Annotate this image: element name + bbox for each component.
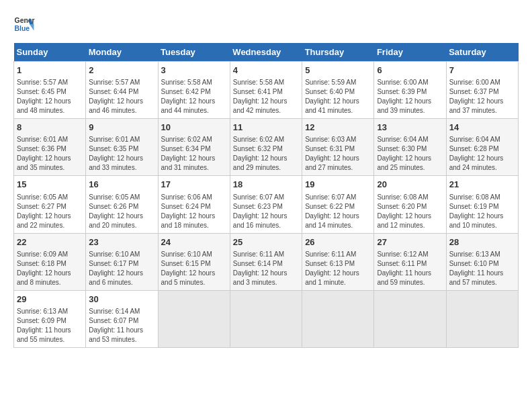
day-of-week-header: Saturday	[446, 43, 518, 62]
day-info: Sunrise: 6:02 AMSunset: 6:34 PMDaylight:…	[161, 135, 227, 173]
calendar-cell: 28Sunrise: 6:13 AMSunset: 6:10 PMDayligh…	[446, 233, 518, 290]
day-number: 7	[449, 64, 515, 77]
day-number: 13	[377, 122, 443, 134]
calendar-cell: 21Sunrise: 6:08 AMSunset: 6:19 PMDayligh…	[446, 176, 518, 233]
day-info: Sunrise: 5:57 AMSunset: 6:45 PMDaylight:…	[17, 78, 83, 116]
calendar-cell: 25Sunrise: 6:11 AMSunset: 6:14 PMDayligh…	[230, 233, 302, 290]
day-info: Sunrise: 6:10 AMSunset: 6:15 PMDaylight:…	[161, 250, 227, 287]
day-of-week-header: Sunday	[14, 43, 86, 62]
calendar-cell: 24Sunrise: 6:10 AMSunset: 6:15 PMDayligh…	[158, 233, 230, 290]
day-number: 8	[17, 122, 83, 134]
day-number: 21	[449, 179, 515, 191]
day-info: Sunrise: 5:58 AMSunset: 6:42 PMDaylight:…	[161, 78, 227, 116]
day-number: 2	[89, 64, 154, 77]
calendar-cell: 12Sunrise: 6:03 AMSunset: 6:31 PMDayligh…	[302, 119, 374, 176]
day-number: 27	[377, 236, 443, 248]
calendar-cell: 8Sunrise: 6:01 AMSunset: 6:36 PMDaylight…	[14, 119, 86, 176]
calendar-cell: 11Sunrise: 6:02 AMSunset: 6:32 PMDayligh…	[230, 119, 302, 176]
day-number: 24	[161, 236, 227, 248]
calendar-cell: 4Sunrise: 5:58 AMSunset: 6:41 PMDaylight…	[230, 62, 302, 119]
calendar-cell: 22Sunrise: 6:09 AMSunset: 6:18 PMDayligh…	[14, 233, 86, 290]
calendar-cell: 7Sunrise: 6:00 AMSunset: 6:37 PMDaylight…	[446, 62, 518, 119]
day-info: Sunrise: 6:01 AMSunset: 6:35 PMDaylight:…	[89, 135, 154, 173]
day-number: 18	[233, 179, 299, 191]
day-number: 30	[89, 293, 154, 306]
day-number: 17	[161, 179, 227, 191]
day-info: Sunrise: 6:08 AMSunset: 6:20 PMDaylight:…	[377, 193, 443, 230]
day-number: 15	[17, 179, 83, 191]
day-info: Sunrise: 6:00 AMSunset: 6:39 PMDaylight:…	[377, 78, 443, 116]
day-info: Sunrise: 6:04 AMSunset: 6:28 PMDaylight:…	[449, 135, 515, 173]
calendar-cell: 30Sunrise: 6:14 AMSunset: 6:07 PMDayligh…	[86, 290, 158, 347]
calendar-table: SundayMondayTuesdayWednesdayThursdayFrid…	[13, 43, 519, 348]
day-number: 12	[305, 122, 371, 134]
calendar-cell	[374, 290, 446, 347]
calendar-cell: 13Sunrise: 6:04 AMSunset: 6:30 PMDayligh…	[374, 119, 446, 176]
calendar-cell: 10Sunrise: 6:02 AMSunset: 6:34 PMDayligh…	[158, 119, 230, 176]
day-of-week-header: Friday	[374, 43, 446, 62]
calendar-cell: 15Sunrise: 6:05 AMSunset: 6:27 PMDayligh…	[14, 176, 86, 233]
calendar-cell: 29Sunrise: 6:13 AMSunset: 6:09 PMDayligh…	[14, 290, 86, 347]
day-number: 9	[89, 122, 154, 134]
logo-icon: General Blue	[13, 13, 35, 35]
day-number: 22	[17, 236, 83, 248]
day-number: 29	[17, 293, 83, 306]
calendar-cell: 6Sunrise: 6:00 AMSunset: 6:39 PMDaylight…	[374, 62, 446, 119]
day-number: 16	[89, 179, 154, 191]
page-header: General Blue	[13, 13, 519, 35]
day-number: 26	[305, 236, 371, 248]
day-info: Sunrise: 6:02 AMSunset: 6:32 PMDaylight:…	[233, 135, 299, 173]
svg-text:Blue: Blue	[15, 25, 30, 32]
calendar-cell: 14Sunrise: 6:04 AMSunset: 6:28 PMDayligh…	[446, 119, 518, 176]
day-info: Sunrise: 6:04 AMSunset: 6:30 PMDaylight:…	[377, 135, 443, 173]
day-number: 1	[17, 64, 83, 77]
day-info: Sunrise: 6:07 AMSunset: 6:22 PMDaylight:…	[305, 193, 371, 230]
day-number: 5	[305, 64, 371, 77]
day-number: 20	[377, 179, 443, 191]
day-number: 3	[161, 64, 227, 77]
calendar-cell: 27Sunrise: 6:12 AMSunset: 6:11 PMDayligh…	[374, 233, 446, 290]
day-number: 6	[377, 64, 443, 77]
svg-marker-3	[30, 24, 34, 31]
calendar-cell	[158, 290, 230, 347]
day-info: Sunrise: 6:03 AMSunset: 6:31 PMDaylight:…	[305, 135, 371, 173]
day-number: 10	[161, 122, 227, 134]
day-info: Sunrise: 6:01 AMSunset: 6:36 PMDaylight:…	[17, 135, 83, 173]
calendar-cell: 19Sunrise: 6:07 AMSunset: 6:22 PMDayligh…	[302, 176, 374, 233]
calendar-cell: 2Sunrise: 5:57 AMSunset: 6:44 PMDaylight…	[86, 62, 158, 119]
calendar-cell: 9Sunrise: 6:01 AMSunset: 6:35 PMDaylight…	[86, 119, 158, 176]
day-info: Sunrise: 6:05 AMSunset: 6:26 PMDaylight:…	[89, 193, 154, 230]
day-number: 11	[233, 122, 299, 134]
day-of-week-header: Tuesday	[158, 43, 230, 62]
day-info: Sunrise: 6:12 AMSunset: 6:11 PMDaylight:…	[377, 250, 443, 287]
day-number: 23	[89, 236, 154, 248]
calendar-cell: 26Sunrise: 6:11 AMSunset: 6:13 PMDayligh…	[302, 233, 374, 290]
day-info: Sunrise: 6:08 AMSunset: 6:19 PMDaylight:…	[449, 193, 515, 230]
day-info: Sunrise: 6:10 AMSunset: 6:17 PMDaylight:…	[89, 250, 154, 287]
calendar-cell	[302, 290, 374, 347]
calendar-cell: 1Sunrise: 5:57 AMSunset: 6:45 PMDaylight…	[14, 62, 86, 119]
day-info: Sunrise: 6:14 AMSunset: 6:07 PMDaylight:…	[89, 307, 154, 345]
day-info: Sunrise: 6:13 AMSunset: 6:10 PMDaylight:…	[449, 250, 515, 287]
logo: General Blue	[13, 13, 35, 35]
day-info: Sunrise: 6:06 AMSunset: 6:24 PMDaylight:…	[161, 193, 227, 230]
day-info: Sunrise: 6:07 AMSunset: 6:23 PMDaylight:…	[233, 193, 299, 230]
day-of-week-header: Wednesday	[230, 43, 302, 62]
calendar-cell: 3Sunrise: 5:58 AMSunset: 6:42 PMDaylight…	[158, 62, 230, 119]
day-info: Sunrise: 6:11 AMSunset: 6:13 PMDaylight:…	[305, 250, 371, 287]
day-info: Sunrise: 5:58 AMSunset: 6:41 PMDaylight:…	[233, 78, 299, 116]
day-info: Sunrise: 5:57 AMSunset: 6:44 PMDaylight:…	[89, 78, 154, 116]
day-number: 14	[449, 122, 515, 134]
calendar-cell: 16Sunrise: 6:05 AMSunset: 6:26 PMDayligh…	[86, 176, 158, 233]
day-number: 28	[449, 236, 515, 248]
calendar-cell: 17Sunrise: 6:06 AMSunset: 6:24 PMDayligh…	[158, 176, 230, 233]
day-number: 19	[305, 179, 371, 191]
day-info: Sunrise: 6:09 AMSunset: 6:18 PMDaylight:…	[17, 250, 83, 287]
day-number: 4	[233, 64, 299, 77]
calendar-cell: 23Sunrise: 6:10 AMSunset: 6:17 PMDayligh…	[86, 233, 158, 290]
day-info: Sunrise: 6:11 AMSunset: 6:14 PMDaylight:…	[233, 250, 299, 287]
day-info: Sunrise: 5:59 AMSunset: 6:40 PMDaylight:…	[305, 78, 371, 116]
calendar-cell	[446, 290, 518, 347]
day-of-week-header: Monday	[86, 43, 158, 62]
calendar-cell: 5Sunrise: 5:59 AMSunset: 6:40 PMDaylight…	[302, 62, 374, 119]
